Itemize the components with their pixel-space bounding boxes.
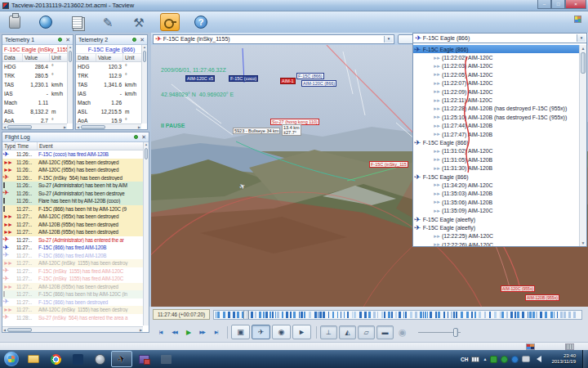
telemetry-row[interactable]: Mach1.11	[2, 98, 73, 107]
map-label[interactable]: 13.4 km ±27.7°	[282, 124, 301, 136]
filter-aircraft-button[interactable]: ◭	[339, 325, 356, 339]
pin-icon[interactable]	[132, 38, 136, 42]
tree-item[interactable]: ►►(11:35:06) AIM-120B	[413, 198, 579, 206]
taskbar-explorer-button[interactable]	[23, 351, 44, 367]
shield-icon[interactable]	[501, 356, 508, 363]
map-label[interactable]: AIM-120C x5	[185, 75, 215, 82]
minimize-button[interactable]: –	[537, 0, 551, 9]
tree-group-header[interactable]: ✈F-15C Eagle (aleefly)	[413, 223, 579, 231]
chevron-down-icon[interactable]: ▼	[577, 34, 586, 42]
timeline-thumb[interactable]	[243, 310, 249, 320]
map-label[interactable]: AIM-120C (866)	[301, 80, 336, 87]
tree-item[interactable]: ►►(11:22:11) AIM-120C	[413, 96, 579, 104]
map-label[interactable]: F-15C (866)	[296, 73, 324, 79]
telemetry-row[interactable]: TAS1,230.1km/h	[2, 80, 73, 89]
network-icon[interactable]	[522, 356, 530, 362]
tree-item[interactable]: ►►(11:27:44) AIM-120B	[413, 122, 579, 130]
log-row[interactable]: ►►11:27:..AIM-120B (955x) has been destr…	[2, 228, 149, 236]
license-key-button[interactable]	[160, 13, 180, 31]
filter-telemetry-button[interactable]: ⊥	[320, 325, 337, 339]
flight-log-hscrollbar[interactable]: ◀▶	[2, 326, 143, 332]
tree-item[interactable]: ►►(11:22:28) AIM-120B (has destroyed F-1…	[413, 105, 579, 113]
tree-group-header[interactable]: ✈F-15C Eagle (866)	[413, 173, 579, 181]
maximize-button[interactable]: □	[551, 0, 565, 9]
start-button[interactable]	[4, 352, 19, 366]
log-row[interactable]: ►►11:26:..AIM-120C (955x) has been destr…	[2, 166, 149, 174]
close-panel-icon[interactable]: ✕	[140, 37, 145, 43]
telemetry2-vscrollbar[interactable]: ▲	[141, 45, 147, 123]
taskbar-chrome-button[interactable]	[45, 351, 66, 367]
taskbar-audio-button[interactable]	[89, 351, 110, 367]
telemetry-row[interactable]: IAS-km/h	[76, 89, 147, 98]
log-row[interactable]: ►►11:27:..AIM-120C (inSky_1155) has been…	[2, 259, 149, 267]
telemetry-row[interactable]: IAS-km/h	[2, 89, 73, 98]
browse-online-button[interactable]	[36, 13, 56, 31]
map-label[interactable]: AIM-1	[280, 78, 296, 84]
tree-item[interactable]: ►►(11:22:05) AIM-120C	[413, 70, 579, 79]
tree-item[interactable]: ►►(11:31:05) AIM-120B	[413, 155, 579, 164]
telemetry-row[interactable]: ASL12,215.5m	[76, 107, 147, 116]
tree-item[interactable]: ►►(11:31:02) AIM-120C	[413, 147, 579, 155]
taskbar-media-button[interactable]	[67, 351, 88, 367]
telemetry-row[interactable]: TAS1,341.6km/h	[76, 80, 147, 89]
flight-data-button[interactable]	[67, 13, 87, 31]
log-row[interactable]: ✈11:27:..F-15C (866) has been destroyed	[2, 298, 149, 307]
tree-item[interactable]: ►►(11:22:07) AIM-120C	[413, 79, 579, 88]
tree-item[interactable]: ►►(12:22:25) AIM-120C	[413, 232, 579, 240]
telemetry1-vscrollbar[interactable]: ▲	[67, 45, 73, 123]
tree-group-header[interactable]: ✈F-15C Eagle (aleefly)	[413, 215, 579, 223]
log-row[interactable]: ✈11:27:..F-15C (866) has fired AIM-120B	[2, 244, 149, 252]
log-row[interactable]: ►►11:27:..AIM-120B (955x) has been destr…	[2, 283, 149, 291]
chevron-down-icon[interactable]: ▼	[384, 36, 393, 43]
show-hidden-icons[interactable]: ▲	[483, 357, 487, 361]
flight-log-vscrollbar[interactable]: ▲	[143, 142, 149, 325]
objects-selector[interactable]: ✈ F-15C Eagle (866) ▼	[413, 34, 586, 43]
log-row[interactable]: ✈11:26:..Su-27 (Administrator) has been …	[2, 190, 149, 198]
map-label[interactable]: F-15C (inSky_115	[369, 161, 408, 168]
edit-notes-button[interactable]: ✎	[98, 13, 118, 31]
telemetry1-object[interactable]: F-15C Eagle (inSky_1155)	[2, 45, 73, 54]
tree-item[interactable]: ►►(11:31:30) AIM-120B	[413, 164, 579, 172]
log-row[interactable]: ✈11:26:..F-15C (inSky_564) has been dest…	[2, 174, 149, 182]
log-row[interactable]: ✈11:28:..Su-27 (inSky_564) has entered t…	[2, 314, 149, 322]
help-button[interactable]: ?	[191, 13, 211, 31]
timeline-track[interactable]	[213, 310, 582, 320]
activity-icon[interactable]	[526, 343, 535, 350]
globe-view-button[interactable]: ◉	[272, 325, 291, 339]
telemetry2-object[interactable]: F-15C Eagle (866)	[76, 45, 147, 54]
tree-item[interactable]: ►►(11:22:03) AIM-120C	[413, 62, 579, 70]
log-row[interactable]: ►►11:27:..AIM-120C (inSky_1155) has been…	[2, 306, 149, 314]
import-device-button[interactable]	[5, 13, 24, 31]
weapon-view-button[interactable]: ►	[292, 325, 311, 339]
step-forward-button[interactable]: ▶▶	[196, 327, 208, 338]
close-button[interactable]: ×	[565, 0, 586, 9]
telemetry-row[interactable]: HDG286.4°	[2, 62, 73, 71]
step-back-button[interactable]: ◀◀	[168, 327, 180, 338]
map-label[interactable]: AIM-120C (955x)	[501, 285, 535, 292]
telemetry-row[interactable]: Mach1.26	[76, 98, 147, 107]
telemetry2-hscrollbar[interactable]: ◀▶	[76, 123, 141, 129]
telemetry1-hscrollbar[interactable]: ◀▶	[2, 123, 67, 129]
log-row[interactable]: 11:26:..Flare has been hit by AIM-120B (…	[2, 197, 149, 205]
tree-item[interactable]: ►►(12:22:26) AIM-120C	[413, 240, 579, 246]
tree-group-header[interactable]: ✈F-15C Eagle (866)	[413, 138, 579, 146]
speed-slider-thumb[interactable]	[453, 328, 458, 337]
show-desktop-button[interactable]	[582, 350, 588, 368]
log-row[interactable]: ►►11:27:..AIM-120C (955x) has been destr…	[2, 213, 149, 221]
close-panel-icon[interactable]: ✕	[65, 37, 70, 43]
tree-item[interactable]: ►►(11:22:09) AIM-120C	[413, 88, 579, 96]
play-button[interactable]: ▶	[182, 327, 194, 338]
camera-object-selector[interactable]: ✈ F-15C Eagle (inSky_1155) ▼	[153, 34, 394, 44]
map-label[interactable]: 5923 - Bullseye 34 km	[233, 128, 280, 134]
keyboard-icon[interactable]	[471, 357, 479, 362]
tree-item[interactable]: ►►(11:34:20) AIM-120C	[413, 181, 579, 189]
clock[interactable]: 23:40 2013/11/19	[551, 353, 576, 365]
tree-item[interactable]: ►►(11:27:47) AIM-120B	[413, 130, 579, 138]
tree-item[interactable]: ►►(11:22:02) AIM-120C	[413, 53, 579, 61]
map-label[interactable]: AIM-120B (955x)	[525, 294, 559, 301]
pin-icon[interactable]	[58, 38, 62, 42]
objects-vscrollbar[interactable]: ▲▼	[579, 45, 586, 246]
map-label[interactable]: F-15C (coco)	[229, 75, 258, 82]
toolbar-overflow-icon[interactable]	[574, 16, 581, 23]
log-row[interactable]: ✈11:27:..Su-27 (Administrator) has enter…	[2, 236, 149, 245]
